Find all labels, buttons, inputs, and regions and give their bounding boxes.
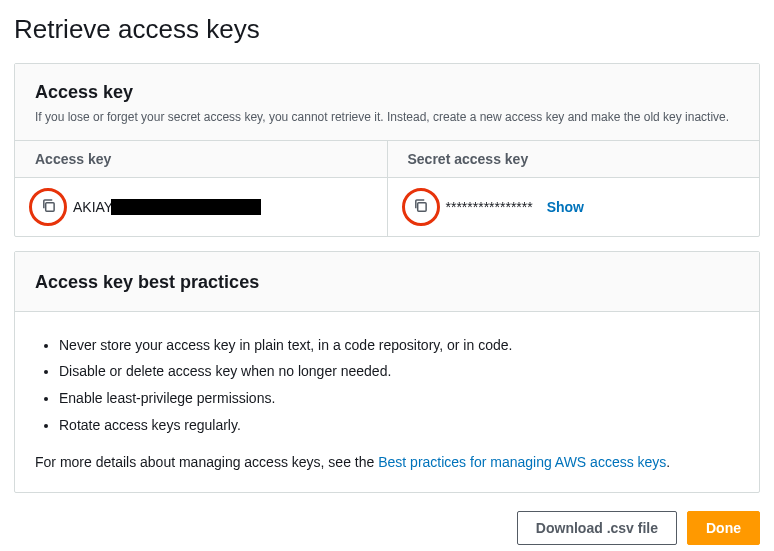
access-key-note: If you lose or forget your secret access… bbox=[35, 109, 739, 126]
key-columns: Access key AKIAY bbox=[15, 141, 759, 236]
more-text-prefix: For more details about managing access k… bbox=[35, 454, 378, 470]
page-title: Retrieve access keys bbox=[14, 14, 760, 45]
access-key-prefix: AKIAY bbox=[73, 199, 113, 215]
access-key-column-label: Access key bbox=[15, 141, 387, 178]
best-practices-list: Never store your access key in plain tex… bbox=[35, 332, 739, 438]
best-practices-body: Never store your access key in plain tex… bbox=[15, 312, 759, 492]
secret-key-column-label: Secret access key bbox=[388, 141, 760, 178]
copy-access-key-button[interactable] bbox=[37, 196, 59, 218]
access-key-header: Access key If you lose or forget your se… bbox=[15, 64, 759, 141]
copy-icon bbox=[413, 198, 428, 216]
list-item: Disable or delete access key when no lon… bbox=[59, 358, 739, 385]
access-key-title: Access key bbox=[35, 82, 739, 103]
secret-key-value-cell: **************** Show bbox=[388, 178, 760, 236]
done-button[interactable]: Done bbox=[687, 511, 760, 545]
show-secret-link[interactable]: Show bbox=[547, 199, 584, 215]
best-practices-panel: Access key best practices Never store yo… bbox=[14, 251, 760, 493]
redacted-block bbox=[111, 199, 261, 215]
more-text-suffix: . bbox=[666, 454, 670, 470]
download-csv-button[interactable]: Download .csv file bbox=[517, 511, 677, 545]
best-practices-link[interactable]: Best practices for managing AWS access k… bbox=[378, 454, 666, 470]
copy-icon bbox=[41, 198, 56, 216]
access-key-value-cell: AKIAY bbox=[15, 178, 387, 236]
svg-rect-0 bbox=[45, 202, 53, 210]
secret-key-masked: **************** bbox=[446, 199, 533, 215]
list-item: Never store your access key in plain tex… bbox=[59, 332, 739, 359]
best-practices-more: For more details about managing access k… bbox=[35, 454, 739, 470]
footer-actions: Download .csv file Done bbox=[14, 511, 760, 545]
copy-secret-key-button[interactable] bbox=[410, 196, 432, 218]
list-item: Rotate access keys regularly. bbox=[59, 412, 739, 439]
access-key-value: AKIAY bbox=[73, 199, 261, 215]
best-practices-title: Access key best practices bbox=[35, 272, 739, 293]
access-key-panel: Access key If you lose or forget your se… bbox=[14, 63, 760, 237]
list-item: Enable least-privilege permissions. bbox=[59, 385, 739, 412]
svg-rect-1 bbox=[418, 202, 426, 210]
best-practices-header: Access key best practices bbox=[15, 252, 759, 312]
